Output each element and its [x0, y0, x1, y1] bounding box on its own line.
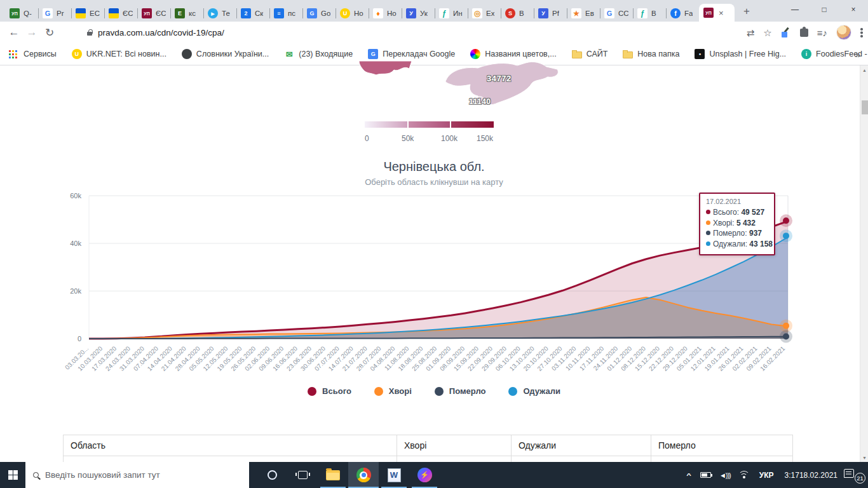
tooltip-row: Хворі: 5 432 — [706, 218, 768, 229]
legend-dot — [308, 387, 316, 396]
tray-chevron-icon[interactable]: ^ — [682, 471, 696, 478]
tooltip-series-label: Одужали — [713, 240, 745, 248]
y-axis-label: 0 — [78, 335, 81, 342]
tooltip-series-value: 43 158 — [749, 240, 773, 248]
endpoint-dot-Одужали — [783, 233, 789, 239]
table-header-row: ОбластьХворіОдужалиПомерло — [64, 435, 792, 456]
task-view-icon — [298, 471, 308, 479]
notification-icon — [844, 469, 854, 478]
folder-icon — [326, 470, 340, 480]
endpoint-dot-Хворі — [783, 323, 789, 329]
speaker-icon[interactable]: ◄))) — [715, 471, 735, 479]
tooltip-date: 17.02.2021 — [706, 198, 768, 205]
tooltip-series-label: Хворі — [713, 219, 732, 227]
tooltip-series-dot — [706, 220, 710, 225]
y-axis-label: 60k — [70, 192, 81, 200]
table-header-2: Одужали — [512, 435, 651, 456]
y-axis-label: 20k — [70, 287, 81, 295]
scrollbar-thumb[interactable] — [862, 100, 868, 114]
messenger-button[interactable]: ⚡ — [409, 462, 440, 488]
tooltip-series-dot — [706, 231, 710, 235]
legend-item-Хворі[interactable]: Хворі — [374, 386, 412, 396]
chrome-button[interactable] — [348, 462, 379, 488]
tooltip-row: Одужали: 43 158 — [706, 239, 768, 250]
tooltip-series-dot — [706, 210, 710, 214]
word-icon: W — [388, 468, 401, 482]
cortana-icon — [268, 470, 277, 480]
tooltip-series-value: 937 — [749, 229, 762, 238]
tooltip-series-value: 49 527 — [741, 208, 764, 217]
regions-table: ОбластьХворіОдужалиПомерло — [63, 435, 793, 463]
tooltip-row: Померло: 937 — [706, 228, 768, 239]
chrome-icon — [356, 468, 371, 482]
chart-legend: ВсьогоХворіПомерлоОдужали — [0, 386, 868, 396]
language-indicator[interactable]: УКР — [754, 471, 780, 480]
windows-logo-icon — [8, 470, 18, 480]
tooltip-series-label: Всього — [713, 208, 737, 217]
legend-label: Всього — [322, 386, 351, 396]
word-button[interactable]: W — [379, 462, 409, 488]
taskbar-clock[interactable]: 3:17 18.02.2021 — [780, 471, 843, 480]
scroll-down-arrow-icon[interactable]: ▼ — [860, 453, 868, 462]
legend-dot — [435, 387, 444, 396]
table-header-3: Померло — [651, 435, 792, 456]
clock-date: 18.02.2021 — [799, 471, 837, 480]
wifi-icon[interactable] — [738, 471, 750, 479]
endpoint-dot-Померло — [783, 333, 789, 339]
start-button[interactable] — [0, 462, 25, 488]
legend-item-Одужали[interactable]: Одужали — [508, 386, 560, 396]
windows-taskbar: Введіть пошуковий запит тут W ⚡ ^ ◄))) У… — [0, 462, 868, 488]
legend-dot — [508, 387, 517, 396]
tooltip-series-dot — [706, 241, 710, 246]
table-header-1: Хворі — [397, 435, 512, 456]
chart-tooltip: 17.02.2021 Всього: 49 527Хворі: 5 432Пом… — [699, 193, 775, 255]
y-axis-label: 40k — [70, 240, 81, 247]
legend-item-Всього[interactable]: Всього — [308, 386, 351, 396]
legend-label: Померло — [449, 386, 486, 396]
battery-icon[interactable] — [696, 472, 715, 478]
page-scrollbar[interactable]: ▲ ▼ — [860, 65, 868, 462]
table-header-0: Область — [64, 435, 397, 456]
search-placeholder: Введіть пошуковий запит тут — [45, 470, 160, 480]
messenger-icon: ⚡ — [417, 468, 432, 482]
desktop-screen: УПQ-GPrECЄСУПЄСEкс▶Те2Ск≡псGGоUНо♦НоУУкƒ… — [0, 0, 868, 488]
legend-label: Одужали — [523, 386, 560, 396]
search-icon — [33, 472, 39, 478]
legend-label: Хворі — [389, 386, 412, 396]
notification-badge: 21 — [855, 473, 865, 484]
file-explorer-button[interactable] — [318, 462, 348, 488]
endpoint-dot-Всього — [783, 217, 789, 224]
notification-center-button[interactable]: 21 — [843, 462, 864, 488]
legend-item-Померло[interactable]: Померло — [435, 386, 486, 396]
taskbar-search-input[interactable]: Введіть пошуковий запит тут — [25, 462, 249, 488]
legend-dot — [374, 387, 383, 396]
cortana-button[interactable] — [257, 462, 287, 488]
task-view-button[interactable] — [287, 462, 318, 488]
tooltip-series-value: 5 432 — [736, 219, 756, 227]
tooltip-series-label: Померло — [713, 229, 745, 238]
system-tray: ^ ◄))) УКР 3:17 18.02.2021 21 — [682, 462, 868, 488]
tooltip-row: Всього: 49 527 — [706, 207, 768, 218]
scroll-up-arrow-icon[interactable]: ▲ — [860, 65, 868, 74]
clock-time: 3:17 — [785, 471, 799, 480]
